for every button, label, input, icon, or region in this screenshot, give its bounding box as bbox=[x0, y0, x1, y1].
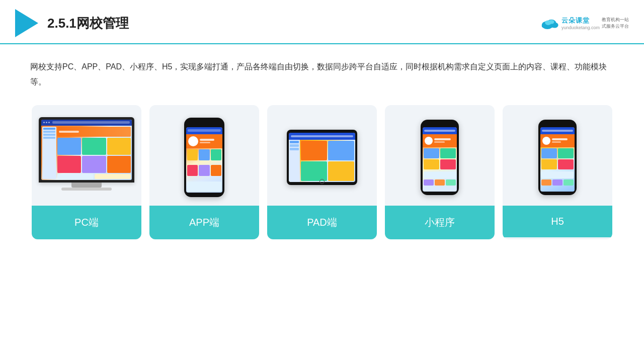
card-miniprogram: 小程序 bbox=[385, 105, 495, 239]
pc-mockup bbox=[39, 117, 134, 198]
card-pc-label: PC端 bbox=[32, 206, 141, 239]
page-header: 2.5.1网校管理 云朵课堂 yunduoketang.com bbox=[0, 0, 644, 44]
card-app: APP端 bbox=[149, 105, 259, 239]
card-miniprogram-image bbox=[385, 105, 495, 206]
description-text: 网校支持PC、APP、PAD、小程序、H5，实现多端打通，产品各终端自由切换，数… bbox=[30, 59, 614, 90]
platform-cards: PC端 bbox=[30, 105, 614, 239]
pad-tablet-mockup bbox=[287, 130, 357, 185]
header-left: 2.5.1网校管理 bbox=[15, 9, 129, 37]
brand-name: 云朵课堂 yunduoketang.com bbox=[561, 16, 600, 30]
header-right: 云朵课堂 yunduoketang.com 教育机构一站 式服务云平台 bbox=[539, 16, 629, 30]
svg-point-5 bbox=[548, 20, 554, 24]
card-pc-image bbox=[32, 105, 141, 206]
brand-logo: 云朵课堂 yunduoketang.com 教育机构一站 式服务云平台 bbox=[539, 16, 629, 30]
card-pad-label: PAD端 bbox=[267, 206, 377, 239]
card-pad-image bbox=[267, 105, 377, 206]
brand-slogan: 教育机构一站 式服务云平台 bbox=[602, 17, 629, 29]
card-pad: PAD端 bbox=[267, 105, 377, 239]
page-title: 2.5.1网校管理 bbox=[47, 15, 129, 32]
card-app-image bbox=[149, 105, 259, 206]
app-phone-mockup bbox=[184, 118, 224, 197]
cloud-icon bbox=[539, 17, 559, 29]
card-pc: PC端 bbox=[32, 105, 141, 239]
card-h5-label: H5 bbox=[503, 206, 612, 237]
card-app-label: APP端 bbox=[149, 206, 259, 239]
card-h5: H5 bbox=[503, 105, 612, 239]
brand-logo-icon: 云朵课堂 yunduoketang.com 教育机构一站 式服务云平台 bbox=[539, 16, 629, 30]
logo-triangle-icon bbox=[15, 9, 38, 37]
main-content: 网校支持PC、APP、PAD、小程序、H5，实现多端打通，产品各终端自由切换，数… bbox=[0, 44, 644, 249]
mini-phone-mockup bbox=[421, 120, 459, 195]
card-miniprogram-label: 小程序 bbox=[385, 206, 495, 239]
card-h5-image bbox=[503, 105, 612, 206]
h5-phone-mockup bbox=[538, 120, 577, 195]
